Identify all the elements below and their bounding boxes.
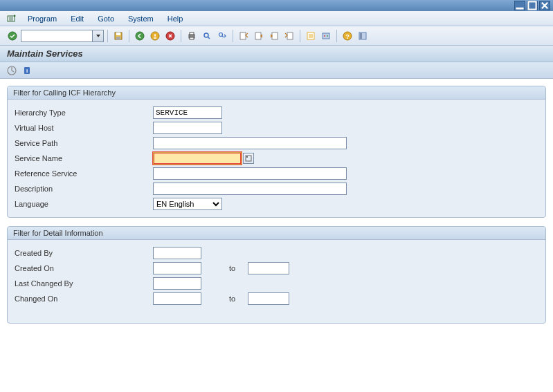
menu-bar: Program Edit Goto System Help (0, 11, 553, 26)
svg-rect-1 (528, 1, 536, 9)
service-path-input[interactable] (153, 137, 347, 149)
created-by-input[interactable] (153, 247, 201, 259)
f4-help-button[interactable] (243, 153, 254, 164)
svg-point-13 (204, 33, 208, 37)
prev-page-button[interactable] (252, 29, 266, 43)
menu-command-icon[interactable] (6, 13, 17, 24)
hierarchy-type-input[interactable] (153, 106, 222, 119)
menu-system[interactable]: System (121, 15, 161, 23)
menu-help[interactable]: Help (161, 15, 190, 23)
chevron-down-icon[interactable] (92, 30, 103, 41)
svg-rect-5 (116, 32, 120, 35)
exit-button[interactable] (148, 29, 162, 43)
description-label: Description (15, 185, 153, 193)
svg-rect-12 (190, 37, 194, 39)
command-field[interactable] (21, 30, 104, 42)
page-title: Maintain Services (0, 46, 553, 62)
to-label: to (229, 295, 235, 303)
next-page-button[interactable] (267, 29, 281, 43)
layout-button[interactable] (356, 29, 370, 43)
back-button[interactable] (133, 29, 147, 43)
info-button[interactable]: i (21, 64, 33, 77)
svg-point-21 (324, 35, 325, 37)
svg-rect-11 (190, 32, 194, 35)
service-name-input[interactable] (153, 152, 242, 165)
menu-edit[interactable]: Edit (64, 15, 91, 23)
svg-text:i: i (26, 68, 28, 74)
changed-on-to-input[interactable] (248, 292, 289, 305)
svg-rect-20 (323, 33, 329, 39)
service-name-label: Service Name (15, 154, 153, 162)
virtual-host-input[interactable] (153, 122, 222, 134)
language-label: Language (15, 200, 153, 208)
print-button[interactable] (185, 29, 199, 43)
service-path-label: Service Path (15, 139, 153, 147)
toolbar-separator (181, 30, 181, 42)
find-button[interactable] (200, 29, 214, 43)
toolbar-separator (107, 30, 108, 42)
cancel-button[interactable] (163, 29, 177, 43)
first-page-button[interactable] (237, 29, 251, 43)
menu-program[interactable]: Program (21, 15, 64, 23)
last-changed-by-input[interactable] (153, 277, 201, 290)
menu-goto[interactable]: Goto (91, 15, 121, 23)
hierarchy-type-label: Hierarchy Type (15, 109, 153, 117)
content-area: Filter for Calling ICF Hierarchy Hierarc… (0, 79, 553, 339)
svg-rect-31 (246, 156, 248, 158)
toolbar-separator (300, 30, 300, 42)
save-button[interactable] (111, 29, 125, 43)
toolbar-separator (129, 30, 129, 42)
groupbox-title: Filter for Detail Information (8, 227, 545, 240)
svg-text:?: ? (345, 32, 350, 39)
virtual-host-label: Virtual Host (15, 124, 153, 132)
last-page-button[interactable] (282, 29, 296, 43)
help-button[interactable]: ? (341, 29, 354, 43)
toolbar-separator (233, 30, 233, 42)
svg-rect-17 (272, 32, 278, 39)
new-session-button[interactable] (304, 29, 318, 43)
svg-point-7 (136, 32, 144, 40)
svg-point-22 (327, 35, 328, 37)
changed-on-label: Changed On (15, 295, 153, 303)
to-label: to (229, 264, 235, 272)
enter-button[interactable] (6, 29, 19, 43)
created-on-from-input[interactable] (153, 262, 201, 274)
created-on-to-input[interactable] (248, 262, 289, 274)
minimize-button[interactable] (514, 1, 525, 10)
created-by-label: Created By (15, 249, 153, 257)
svg-rect-26 (360, 33, 362, 39)
app-toolbar: i (0, 62, 553, 79)
svg-rect-15 (240, 32, 246, 39)
description-input[interactable] (153, 183, 347, 195)
svg-rect-6 (116, 37, 120, 39)
groupbox-title: Filter for Calling ICF Hierarchy (8, 86, 545, 100)
changed-on-from-input[interactable] (153, 292, 201, 305)
svg-point-14 (219, 32, 223, 36)
filter-icf-groupbox: Filter for Calling ICF Hierarchy Hierarc… (7, 86, 546, 218)
svg-rect-16 (255, 32, 261, 39)
svg-rect-18 (287, 32, 293, 39)
shortcut-button[interactable] (319, 29, 333, 43)
filter-detail-groupbox: Filter for Detail Information Created By… (7, 226, 546, 324)
execute-button[interactable] (6, 64, 18, 77)
language-select[interactable]: EN English (153, 198, 222, 210)
last-changed-by-label: Last Changed By (15, 279, 153, 288)
reference-service-input[interactable] (153, 167, 347, 180)
find-next-button[interactable] (215, 29, 229, 43)
maximize-button[interactable] (527, 1, 538, 10)
created-on-label: Created On (15, 264, 153, 272)
reference-service-label: Reference Service (15, 169, 153, 178)
toolbar-separator (336, 30, 337, 42)
svg-rect-0 (516, 8, 523, 10)
window-titlebar (0, 0, 553, 11)
standard-toolbar: ? (0, 26, 553, 46)
close-button[interactable] (539, 1, 550, 10)
